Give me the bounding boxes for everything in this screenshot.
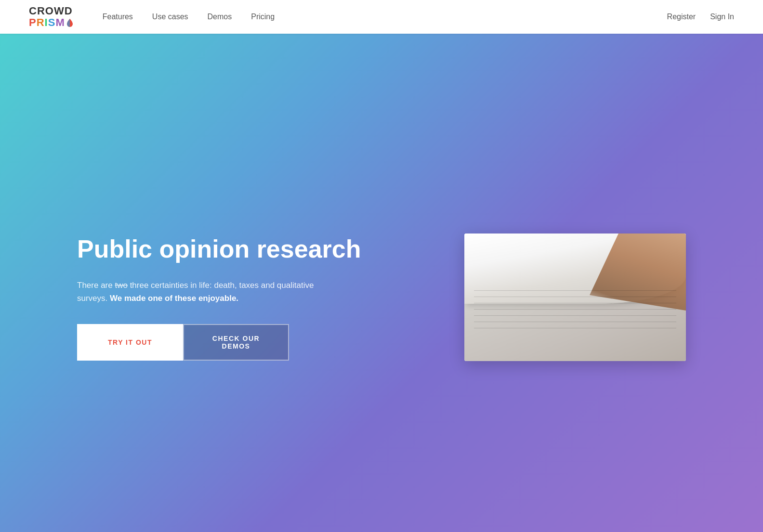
- paper-line: [474, 297, 676, 297]
- description-prefix: There are: [77, 281, 115, 290]
- logo[interactable]: CROWD PRISM: [29, 5, 74, 28]
- description-bold: We made one of these enjoyable.: [107, 294, 238, 303]
- nav-link-demos[interactable]: Demos: [208, 13, 232, 21]
- paper-line: [474, 303, 676, 303]
- logo-prism: PRISM: [29, 17, 74, 28]
- logo-drop-icon: [66, 18, 74, 27]
- check-demos-button[interactable]: CHECK OUR DEMOS: [183, 324, 289, 361]
- hero-text: Public opinion research There are two th…: [77, 205, 376, 361]
- nav-item-features[interactable]: Features: [103, 13, 133, 21]
- signin-link[interactable]: Sign In: [710, 13, 734, 21]
- hero-content: Public opinion research There are two th…: [77, 205, 686, 361]
- logo-letter-m: M: [55, 17, 64, 28]
- navbar: CROWD PRISM Features Use cases Demos: [0, 0, 763, 34]
- logo-letter-s: S: [48, 17, 55, 28]
- paper-line: [474, 315, 676, 316]
- hero-image: [464, 234, 686, 361]
- hero-buttons: TRY IT OUT CHECK OUR DEMOS: [77, 324, 289, 361]
- nav-link-features[interactable]: Features: [103, 13, 133, 21]
- hero-description: There are two three certainties in life:…: [77, 279, 328, 305]
- logo-letter-i: I: [45, 17, 48, 28]
- survey-visual: [464, 234, 686, 361]
- paper-line: [474, 328, 676, 328]
- paper-lines: [464, 285, 686, 361]
- logo-crowd: CROWD: [29, 5, 74, 17]
- nav-links: Features Use cases Demos Pricing: [103, 13, 275, 21]
- hero-title: Public opinion research: [77, 234, 376, 264]
- paper-line: [474, 290, 676, 291]
- description-strikethrough: two: [115, 281, 127, 290]
- try-it-out-button[interactable]: TRY IT OUT: [77, 324, 183, 361]
- logo-letter-p: P: [29, 17, 36, 28]
- paper-line: [474, 309, 676, 310]
- nav-link-pricing[interactable]: Pricing: [251, 13, 275, 21]
- paper-line: [474, 322, 676, 322]
- hero-section: Public opinion research There are two th…: [0, 34, 763, 532]
- nav-item-usecases[interactable]: Use cases: [152, 13, 188, 21]
- paper-background: [464, 234, 686, 361]
- navbar-left: CROWD PRISM Features Use cases Demos: [29, 5, 275, 28]
- logo-letter-r: R: [37, 17, 44, 28]
- navbar-right: Register Sign In: [667, 13, 734, 21]
- register-link[interactable]: Register: [667, 13, 696, 21]
- nav-item-pricing[interactable]: Pricing: [251, 13, 275, 21]
- nav-item-demos[interactable]: Demos: [208, 13, 232, 21]
- nav-link-usecases[interactable]: Use cases: [152, 13, 188, 21]
